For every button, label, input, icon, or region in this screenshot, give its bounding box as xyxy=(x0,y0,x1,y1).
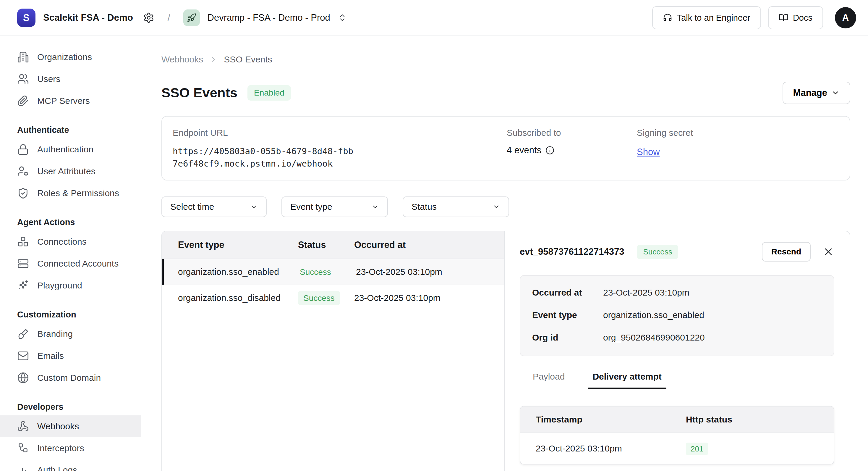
occurred-at-cell: 23-Oct-2025 03:10pm xyxy=(356,267,504,277)
workspace-logo: S xyxy=(17,8,35,27)
docs-label: Docs xyxy=(793,13,812,23)
breadcrumb: Webhooks SSO Events xyxy=(161,54,850,64)
sidebar-item-interceptors[interactable]: Interceptors xyxy=(0,437,141,459)
chevron-right-icon xyxy=(210,56,217,63)
show-secret-link[interactable]: Show xyxy=(637,147,660,157)
sidebar-item-webhooks[interactable]: Webhooks xyxy=(0,415,141,437)
delivery-table-header: Timestamp Http status xyxy=(520,407,834,433)
delivery-attempt-table: Timestamp Http status 23-Oct-2025 03:10p… xyxy=(520,406,834,465)
endpoint-card: Endpoint URL https://405803a0-055b-4679-… xyxy=(161,116,850,180)
sidebar-item-label: Webhooks xyxy=(37,421,79,431)
globe-icon xyxy=(17,372,29,384)
main-content: Webhooks SSO Events SSO Events Enabled M… xyxy=(141,36,868,471)
sidebar-item-roles-permissions[interactable]: Roles & Permissions xyxy=(0,182,141,204)
column-occurred-at: Occurred at xyxy=(354,240,504,250)
sidebar-item-label: User Attributes xyxy=(37,166,95,176)
sidebar-section-authenticate: Authenticate xyxy=(0,121,141,139)
sidebar: OrganizationsUsersMCP ServersAuthenticat… xyxy=(0,36,141,471)
event-row-organization.sso_enabled[interactable]: organization.sso_enabledSuccess23-Oct-20… xyxy=(162,259,504,285)
interceptor-icon xyxy=(17,442,29,454)
summary-row-occurred-at: Occurred at23-Oct-2025 03:10pm xyxy=(532,288,822,298)
column-event-type: Event type xyxy=(162,240,298,250)
top-bar-actions: Talk to an Engineer Docs A xyxy=(652,6,856,29)
sidebar-item-user-attributes[interactable]: User Attributes xyxy=(0,160,141,182)
sidebar-item-organizations[interactable]: Organizations xyxy=(0,46,141,68)
events-table-body: organization.sso_enabledSuccess23-Oct-20… xyxy=(162,259,504,311)
sidebar-item-branding[interactable]: Branding xyxy=(0,323,141,345)
event-type-filter-select[interactable]: Event type xyxy=(281,197,388,217)
info-icon[interactable] xyxy=(546,146,554,155)
environment-name[interactable]: Devramp - FSA - Demo - Prod xyxy=(208,12,330,23)
user-gear-icon xyxy=(17,166,29,177)
chevron-down-icon xyxy=(371,203,379,211)
sidebar-item-label: Organizations xyxy=(37,52,92,62)
webhook-icon xyxy=(17,420,29,432)
http-status-badge: 201 xyxy=(686,443,708,455)
sidebar-item-label: Connections xyxy=(37,237,87,247)
sidebar-item-connected-accounts[interactable]: Connected Accounts xyxy=(0,253,141,274)
breadcrumb-webhooks[interactable]: Webhooks xyxy=(161,54,203,64)
resend-button[interactable]: Resend xyxy=(762,242,811,262)
sidebar-item-custom-domain[interactable]: Custom Domain xyxy=(0,367,141,389)
status-filter-label: Status xyxy=(411,202,437,212)
talk-to-engineer-button[interactable]: Talk to an Engineer xyxy=(652,6,761,29)
sidebar-item-mcp-servers[interactable]: MCP Servers xyxy=(0,90,141,112)
page-title: SSO Events xyxy=(161,85,238,100)
column-status: Status xyxy=(298,240,354,250)
summary-label: Org id xyxy=(532,332,603,343)
time-filter-select[interactable]: Select time xyxy=(161,197,267,217)
detail-tabs: PayloadDelivery attempt xyxy=(520,372,834,389)
signing-secret-label: Signing secret xyxy=(637,128,837,138)
tab-payload[interactable]: Payload xyxy=(528,372,569,389)
sidebar-item-label: Playground xyxy=(37,281,82,291)
status-filter-select[interactable]: Status xyxy=(403,197,509,217)
event-status-badge: Success xyxy=(637,245,678,259)
sidebar-item-authentication[interactable]: Authentication xyxy=(0,139,141,160)
event-row-organization.sso_disabled[interactable]: organization.sso_disabledSuccess23-Oct-2… xyxy=(162,285,504,311)
avatar[interactable]: A xyxy=(835,7,856,28)
summary-row-event-type: Event typeorganization.sso_enabled xyxy=(532,310,822,320)
brush-icon xyxy=(17,328,29,340)
event-id: evt_95873761122714373 xyxy=(520,246,624,257)
chevron-down-icon xyxy=(831,89,840,97)
sidebar-item-users[interactable]: Users xyxy=(0,68,141,90)
talk-to-engineer-label: Talk to an Engineer xyxy=(677,13,750,23)
delivery-attempt-row: 23-Oct-2025 03:10pm201 xyxy=(520,433,834,464)
summary-value: org_95026846990601220 xyxy=(603,332,705,343)
workspace-name: Scalekit FSA - Demo xyxy=(43,12,133,23)
event-type-cell: organization.sso_enabled xyxy=(164,267,300,277)
breadcrumb-slash: / xyxy=(167,12,170,24)
sidebar-item-connections[interactable]: Connections xyxy=(0,231,141,253)
events-split-container: Event type Status Occurred at organizati… xyxy=(161,231,850,471)
sidebar-item-label: Roles & Permissions xyxy=(37,188,119,198)
status-badge: Success xyxy=(300,267,331,276)
headphones-icon xyxy=(663,13,672,23)
delivery-table-body: 23-Oct-2025 03:10pm201 xyxy=(520,433,834,464)
environment-chip xyxy=(183,9,200,26)
docs-button[interactable]: Docs xyxy=(768,6,823,29)
summary-label: Event type xyxy=(532,310,603,320)
gear-icon[interactable] xyxy=(143,12,154,23)
sidebar-section-agent-actions: Agent Actions xyxy=(0,214,141,231)
rocket-icon xyxy=(187,13,196,23)
sidebar-item-emails[interactable]: Emails xyxy=(0,345,141,367)
endpoint-url-field: Endpoint URL https://405803a0-055b-4679-… xyxy=(173,128,507,170)
timestamp-cell: 23-Oct-2025 03:10pm xyxy=(520,443,686,453)
signing-secret-field: Signing secret Show xyxy=(637,128,837,170)
manage-button[interactable]: Manage xyxy=(782,82,850,104)
sidebar-item-label: Emails xyxy=(37,351,64,361)
workspace-logo-letter: S xyxy=(23,12,30,23)
sparkles-icon xyxy=(17,279,29,291)
sidebar-item-playground[interactable]: Playground xyxy=(0,274,141,296)
sidebar-item-label: Interceptors xyxy=(37,443,84,453)
sidebar-item-label: Users xyxy=(37,74,60,84)
subscribed-value: 4 events xyxy=(507,145,541,156)
bar-chart-icon xyxy=(17,464,29,471)
sidebar-item-auth-logs[interactable]: Auth Logs xyxy=(0,459,141,471)
tab-delivery-attempt[interactable]: Delivery attempt xyxy=(588,372,666,389)
chevrons-up-down-icon[interactable] xyxy=(338,13,347,22)
close-icon[interactable] xyxy=(823,246,834,258)
mail-icon xyxy=(17,350,29,362)
chevron-down-icon xyxy=(250,203,258,211)
column-timestamp: Timestamp xyxy=(520,414,686,424)
